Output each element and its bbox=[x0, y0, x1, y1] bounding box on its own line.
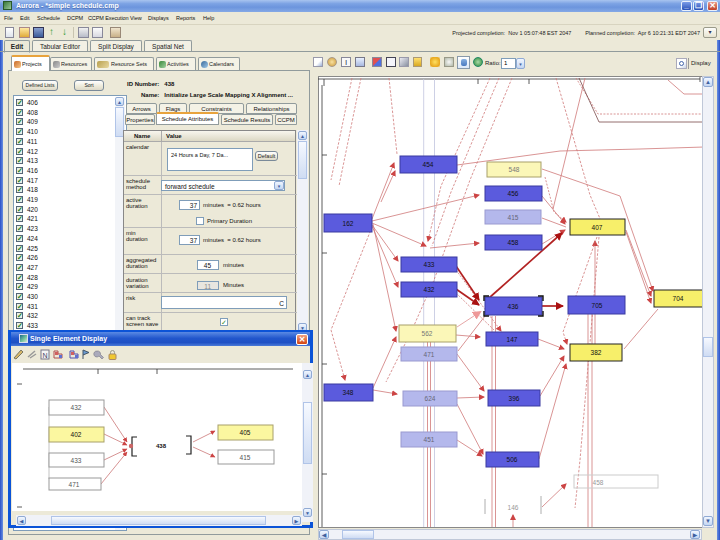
svg-text:548: 548 bbox=[509, 166, 520, 173]
svg-text:405: 405 bbox=[240, 429, 251, 436]
svg-text:433: 433 bbox=[71, 457, 82, 464]
svg-text:415: 415 bbox=[240, 454, 251, 461]
svg-text:348: 348 bbox=[343, 389, 354, 396]
svg-text:162: 162 bbox=[343, 220, 354, 227]
svg-text:402: 402 bbox=[71, 431, 82, 438]
svg-text:471: 471 bbox=[69, 481, 80, 488]
svg-text:396: 396 bbox=[509, 395, 520, 402]
svg-text:146: 146 bbox=[508, 504, 519, 511]
svg-text:705: 705 bbox=[592, 302, 603, 309]
svg-text:454: 454 bbox=[423, 161, 434, 168]
svg-text:432: 432 bbox=[71, 404, 82, 411]
svg-text:147: 147 bbox=[507, 336, 518, 343]
svg-text:471: 471 bbox=[424, 351, 435, 358]
svg-text:407: 407 bbox=[592, 224, 603, 231]
svg-text:456: 456 bbox=[508, 190, 519, 197]
svg-text:562: 562 bbox=[422, 330, 433, 337]
svg-text:432: 432 bbox=[424, 286, 435, 293]
svg-text:451: 451 bbox=[424, 436, 435, 443]
svg-text:382: 382 bbox=[591, 349, 602, 356]
svg-text:436: 436 bbox=[508, 303, 519, 310]
svg-text:N: N bbox=[43, 352, 48, 359]
svg-text:506: 506 bbox=[507, 456, 518, 463]
svg-text:704: 704 bbox=[673, 295, 684, 302]
svg-text:624: 624 bbox=[425, 395, 436, 402]
svg-text:433: 433 bbox=[424, 261, 435, 268]
svg-text:458: 458 bbox=[593, 479, 604, 486]
svg-text:458: 458 bbox=[508, 239, 519, 246]
svg-text:438: 438 bbox=[156, 443, 167, 449]
svg-text:415: 415 bbox=[508, 214, 519, 221]
